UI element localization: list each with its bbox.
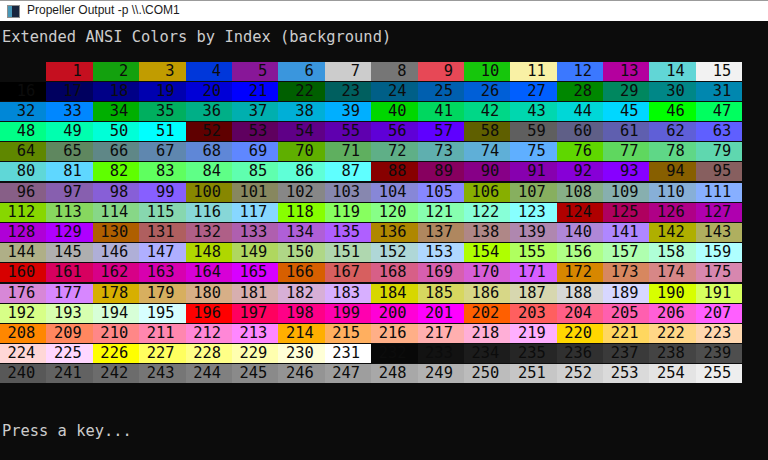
color-cell-175: 175 [696,263,742,282]
color-cell-35: 35 [139,102,185,121]
color-row-11: 1761771781791801811821831841851861871881… [0,284,742,303]
color-cell-191: 191 [696,284,742,303]
color-cell-46: 46 [649,102,695,121]
color-cell-149: 149 [232,243,278,262]
color-cell-15: 15 [696,62,742,81]
color-cell-93: 93 [603,162,649,181]
color-cell-186: 186 [464,284,510,303]
color-cell-28: 28 [557,82,603,101]
color-cell-124: 124 [557,203,603,222]
color-cell-53: 53 [232,122,278,141]
color-cell-243: 243 [139,364,185,383]
color-cell-110: 110 [649,183,695,202]
color-cell-104: 104 [371,183,417,202]
color-cell-1: 1 [46,62,92,81]
color-cell-143: 143 [696,223,742,242]
color-cell-52: 52 [186,122,232,141]
color-cell-33: 33 [46,102,92,121]
color-cell-74: 74 [464,142,510,161]
color-cell-155: 155 [510,243,556,262]
color-cell-150: 150 [278,243,324,262]
color-cell-173: 173 [603,263,649,282]
color-cell-174: 174 [649,263,695,282]
color-cell-141: 141 [603,223,649,242]
color-cell-168: 168 [371,263,417,282]
color-cell-193: 193 [46,304,92,323]
terminal-screen[interactable]: Extended ANSI Colors by Index (backgroun… [0,21,768,460]
color-cell-214: 214 [278,324,324,343]
color-cell-192: 192 [0,304,46,323]
color-cell-63: 63 [696,122,742,141]
color-cell-187: 187 [510,284,556,303]
color-cell-101: 101 [232,183,278,202]
color-cell-188: 188 [557,284,603,303]
color-cell-89: 89 [418,162,464,181]
color-cell-196: 196 [186,304,232,323]
color-cell-165: 165 [232,263,278,282]
color-cell-218: 218 [464,324,510,343]
color-cell-158: 158 [649,243,695,262]
color-cell-144: 144 [0,243,46,262]
color-cell-167: 167 [325,263,371,282]
color-cell-215: 215 [325,324,371,343]
color-cell-106: 106 [464,183,510,202]
color-cell-206: 206 [649,304,695,323]
color-cell-183: 183 [325,284,371,303]
color-cell-210: 210 [93,324,139,343]
app-window: Propeller Output -p \\.\COM1 Extended AN… [0,0,768,460]
color-cell-121: 121 [418,203,464,222]
color-cell-247: 247 [325,364,371,383]
color-cell-185: 185 [418,284,464,303]
color-cell-87: 87 [325,162,371,181]
color-cell-51: 51 [139,122,185,141]
color-cell-114: 114 [93,203,139,222]
color-cell-34: 34 [93,102,139,121]
color-cell-105: 105 [418,183,464,202]
color-cell-69: 69 [232,142,278,161]
color-cell-170: 170 [464,263,510,282]
color-cell-5: 5 [232,62,278,81]
color-cell-213: 213 [232,324,278,343]
color-cell-123: 123 [510,203,556,222]
color-cell-0: 0 [0,62,46,81]
color-cell-239: 239 [696,344,742,363]
color-cell-233: 233 [418,344,464,363]
color-cell-221: 221 [603,324,649,343]
color-cell-17: 17 [46,82,92,101]
color-cell-161: 161 [46,263,92,282]
color-cell-138: 138 [464,223,510,242]
color-cell-54: 54 [278,122,324,141]
color-cell-62: 62 [649,122,695,141]
color-cell-47: 47 [696,102,742,121]
color-cell-159: 159 [696,243,742,262]
color-cell-18: 18 [93,82,139,101]
color-cell-195: 195 [139,304,185,323]
color-cell-157: 157 [603,243,649,262]
color-cell-39: 39 [325,102,371,121]
color-cell-238: 238 [649,344,695,363]
color-cell-205: 205 [603,304,649,323]
color-cell-208: 208 [0,324,46,343]
color-cell-103: 103 [325,183,371,202]
color-cell-240: 240 [0,364,46,383]
color-cell-118: 118 [278,203,324,222]
color-cell-229: 229 [232,344,278,363]
color-cell-95: 95 [696,162,742,181]
color-cell-6: 6 [278,62,324,81]
color-cell-44: 44 [557,102,603,121]
color-cell-132: 132 [186,223,232,242]
color-cell-72: 72 [371,142,417,161]
color-cell-120: 120 [371,203,417,222]
color-cell-25: 25 [418,82,464,101]
color-cell-160: 160 [0,263,46,282]
color-cell-219: 219 [510,324,556,343]
color-cell-12: 12 [557,62,603,81]
color-cell-78: 78 [649,142,695,161]
app-window-icon [7,5,20,18]
color-cell-184: 184 [371,284,417,303]
color-cell-76: 76 [557,142,603,161]
color-row-14: 2242252262272282292302312322332342352362… [0,344,742,363]
color-cell-99: 99 [139,183,185,202]
color-cell-125: 125 [603,203,649,222]
color-cell-16: 16 [0,82,46,101]
